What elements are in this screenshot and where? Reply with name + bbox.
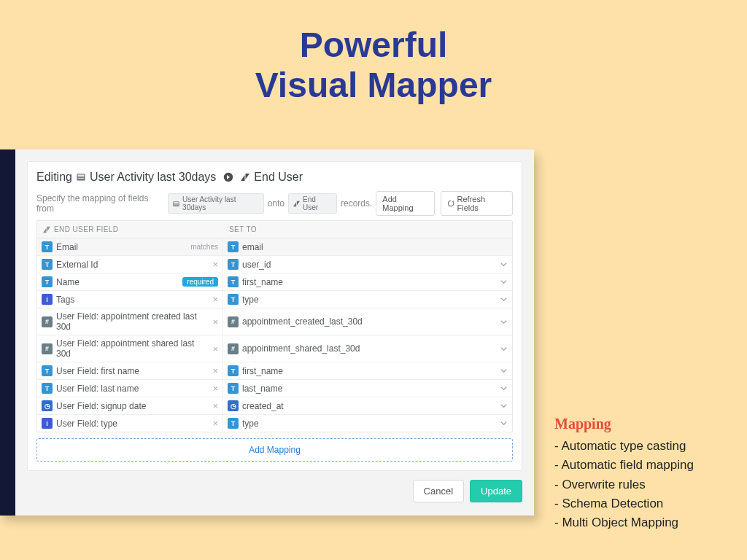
remove-mapping-icon[interactable]: × <box>212 260 218 269</box>
table-head: END USER FIELD SET TO <box>37 221 512 238</box>
svg-rect-6 <box>174 201 179 202</box>
chevron-down-icon[interactable] <box>500 260 508 268</box>
add-mapping-button[interactable]: Add Mapping <box>376 191 434 216</box>
text-type-icon: T <box>42 383 53 394</box>
headline-line1: Powerful <box>0 25 747 65</box>
update-button[interactable]: Update <box>470 480 522 502</box>
set-to-cell[interactable]: Tuser_id <box>223 256 512 273</box>
source-pill-label: User Activity last 30days <box>182 195 259 211</box>
text-type-icon: T <box>228 276 239 287</box>
remove-mapping-icon[interactable]: × <box>212 366 218 376</box>
add-mapping-bar[interactable]: Add Mapping <box>36 438 513 462</box>
end-user-field-cell[interactable]: TNamerequired <box>37 273 223 290</box>
remove-mapping-icon[interactable]: × <box>212 317 218 327</box>
table-icon <box>173 201 179 207</box>
field-label: User Field: appointment shared last 30d <box>56 338 209 359</box>
set-to-cell[interactable]: Tlast_name <box>223 380 512 397</box>
refresh-fields-button[interactable]: Refresh Fields <box>441 191 513 216</box>
svg-rect-3 <box>77 178 84 179</box>
set-to-cell[interactable]: Temail <box>223 238 512 255</box>
set-to-cell[interactable]: Tfirst_name <box>223 273 512 290</box>
table-row: #User Field: appointment created last 30… <box>37 308 512 335</box>
field-label: Email <box>56 242 78 252</box>
set-to-cell[interactable]: Ttype <box>223 291 512 308</box>
chevron-down-icon[interactable] <box>500 278 508 286</box>
footer-actions: Cancel Update <box>27 471 522 504</box>
remove-mapping-icon[interactable]: × <box>212 295 218 304</box>
subline-prefix: Specify the mapping of fields from <box>36 193 164 214</box>
field-label: Tags <box>56 295 74 305</box>
panel-subline: Specify the mapping of fields from User … <box>36 191 513 216</box>
date-type-icon: ◷ <box>42 400 53 411</box>
number-type-icon: # <box>42 316 53 327</box>
table-row: TUser Field: last name×Tlast_name <box>37 380 512 397</box>
field-label: User Field: type <box>56 419 117 429</box>
field-label: User Field: last name <box>56 384 139 394</box>
page-headline: Powerful Visual Mapper <box>0 25 747 105</box>
set-to-cell[interactable]: #appointment_created_last_30d <box>223 308 512 335</box>
remove-mapping-icon[interactable]: × <box>212 401 218 411</box>
end-user-field-cell[interactable]: TExternal Id× <box>37 256 223 273</box>
chevron-down-icon[interactable] <box>500 318 508 326</box>
headline-line2: Visual Mapper <box>0 65 747 105</box>
remove-mapping-icon[interactable]: × <box>212 419 218 428</box>
table-row: TEmailmatchesTemail <box>37 238 512 256</box>
chevron-down-icon[interactable] <box>500 345 508 353</box>
end-user-field-cell[interactable]: iTags× <box>37 291 223 308</box>
mapping-table: END USER FIELD SET TO TEmailmatchesTemai… <box>36 220 513 432</box>
chevron-down-icon[interactable] <box>500 402 508 410</box>
end-user-field-cell[interactable]: iUser Field: type× <box>37 415 223 432</box>
end-user-field-cell[interactable]: ◷User Field: signup date× <box>37 397 223 414</box>
end-user-field-cell[interactable]: #User Field: appointment created last 30… <box>37 308 223 335</box>
info-type-icon: i <box>42 418 53 429</box>
panel-title: Editing User Activity last 30days End Us… <box>36 171 513 184</box>
text-type-icon: T <box>42 365 53 376</box>
cancel-label: Cancel <box>424 486 453 497</box>
field-label: External Id <box>56 260 98 270</box>
set-to-label: created_at <box>242 401 284 411</box>
remove-mapping-icon[interactable]: × <box>212 344 218 354</box>
refresh-label: Refresh Fields <box>457 195 506 212</box>
matches-label: matches <box>190 243 218 251</box>
number-type-icon: # <box>228 316 239 327</box>
chevron-down-icon[interactable] <box>500 419 508 427</box>
table-row: iTags×Ttype <box>37 291 512 308</box>
set-to-label: first_name <box>242 366 283 376</box>
end-user-field-cell[interactable]: TEmailmatches <box>37 238 223 255</box>
date-type-icon: ◷ <box>228 400 239 411</box>
chevron-down-icon[interactable] <box>500 384 508 392</box>
set-to-label: last_name <box>242 384 282 394</box>
set-to-label: type <box>242 419 259 429</box>
arrow-right-icon <box>223 172 233 182</box>
chevron-down-icon[interactable] <box>500 367 508 375</box>
set-to-cell[interactable]: Tfirst_name <box>223 362 512 379</box>
set-to-cell[interactable]: Ttype <box>223 415 512 432</box>
field-label: User Field: appointment created last 30d <box>56 311 209 332</box>
zendesk-icon <box>293 201 300 207</box>
end-user-field-cell[interactable]: TUser Field: first name× <box>37 362 223 379</box>
field-label: User Field: signup date <box>56 401 146 411</box>
app-sidebar <box>0 149 15 516</box>
zendesk-icon <box>241 173 249 182</box>
field-label: Name <box>56 277 80 287</box>
table-row: TExternal Id×Tuser_id <box>37 256 512 273</box>
text-type-icon: T <box>228 418 239 429</box>
feature-item: - Automatic field mapping <box>554 456 737 475</box>
set-to-cell[interactable]: #appointment_shared_last_30d <box>223 335 512 362</box>
add-mapping-label: Add Mapping <box>382 195 427 212</box>
set-to-label: user_id <box>242 260 271 270</box>
text-type-icon: T <box>42 276 53 287</box>
svg-rect-2 <box>77 176 84 177</box>
add-mapping-bar-label: Add Mapping <box>249 445 301 455</box>
feature-item: - Schema Detection <box>554 494 737 513</box>
dest-pill-label: End User <box>303 195 332 211</box>
update-label: Update <box>481 486 511 497</box>
cancel-button[interactable]: Cancel <box>413 480 464 502</box>
remove-mapping-icon[interactable]: × <box>212 384 218 393</box>
chevron-down-icon[interactable] <box>500 295 508 303</box>
feature-callout: Mapping - Automatic type casting - Autom… <box>554 416 737 533</box>
end-user-field-cell[interactable]: TUser Field: last name× <box>37 380 223 397</box>
feature-title: Mapping <box>554 416 737 432</box>
end-user-field-cell[interactable]: #User Field: appointment shared last 30d… <box>37 335 223 362</box>
set-to-cell[interactable]: ◷created_at <box>223 397 512 414</box>
